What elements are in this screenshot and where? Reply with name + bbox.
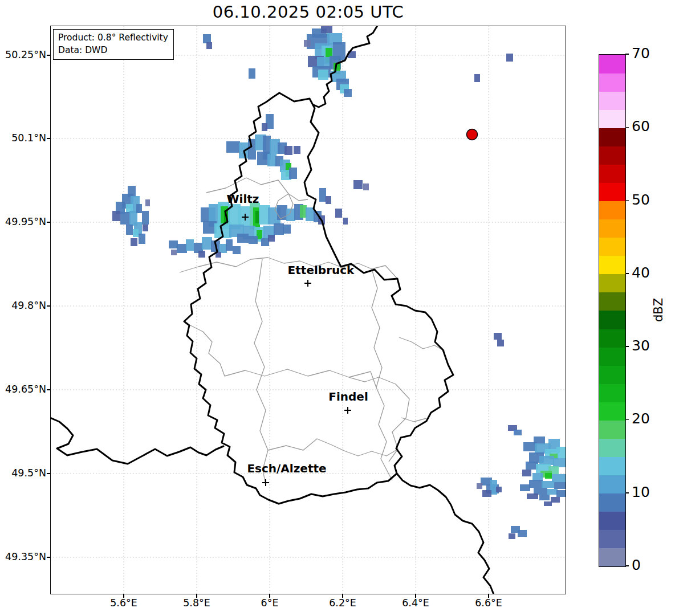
colorbar-segment <box>599 311 625 329</box>
colorbar-tick <box>625 346 629 347</box>
radar-echo-cell <box>363 183 369 190</box>
y-axis-tick-label: 49.8°N <box>1 300 46 311</box>
radar-echo-cell <box>219 244 227 253</box>
radar-echo-cell <box>321 26 332 33</box>
radar-echo-cell <box>304 40 311 47</box>
radar-echo-cell <box>529 480 543 488</box>
radar-echo-cell <box>551 497 560 503</box>
radar-echo-cell <box>294 146 300 154</box>
colorbar-tick-label: 10 <box>632 484 650 500</box>
radar-echo-cell <box>177 244 187 253</box>
country-border <box>184 93 453 504</box>
colorbar-tick-label: 30 <box>632 337 650 354</box>
radar-echo-cell <box>202 237 212 250</box>
city-label: Esch/Alzette <box>247 462 326 475</box>
x-axis-tick-label: 6°E <box>261 597 279 609</box>
radar-echo-cell <box>545 473 552 479</box>
colorbar-segment <box>599 384 625 402</box>
product-info-box: Product: 0.8° Reflectivity Data: DWD <box>53 29 174 60</box>
radar-echo-cell <box>544 501 552 506</box>
colorbar-segment <box>599 91 625 110</box>
colorbar-segment <box>599 274 625 293</box>
radar-echo-cell <box>142 211 149 225</box>
radar-echo-cell <box>169 240 178 248</box>
canton-border <box>372 269 392 480</box>
radar-echo-cell <box>136 204 142 213</box>
colorbar-segment <box>599 146 625 165</box>
colorbar-segment <box>599 164 625 183</box>
radar-echo-cell <box>267 154 276 166</box>
radar-echo-cell <box>233 246 241 254</box>
y-axis-tick <box>47 138 50 139</box>
colorbar-segment <box>599 512 625 531</box>
map-canvas: WiltzEttelbruckFindelEsch/Alzette <box>50 26 566 594</box>
product-info-line1: Product: 0.8° Reflectivity <box>58 31 168 44</box>
radar-echo-cell <box>532 473 543 481</box>
x-axis-tick-label: 6.4°E <box>402 597 429 609</box>
colorbar-segment <box>599 238 625 256</box>
canton-border <box>268 439 398 456</box>
country-border <box>50 418 223 464</box>
y-axis-tick-label: 49.5°N <box>1 467 46 479</box>
radar-echo-cell <box>249 68 255 79</box>
x-axis-tick <box>123 594 124 598</box>
radar-echo-cell <box>226 141 240 153</box>
colorbar-segment <box>599 292 625 311</box>
radar-echo-cell <box>131 238 137 246</box>
colorbar-segment <box>599 183 625 202</box>
y-axis-tick <box>47 222 50 223</box>
radar-echo-cell <box>186 239 194 251</box>
radar-echo-cell <box>514 430 522 435</box>
country-border <box>397 474 494 594</box>
colorbar-segment <box>599 201 625 220</box>
canton-border <box>254 259 268 486</box>
colorbar-segment <box>599 493 625 512</box>
radar-echo-cell <box>539 495 550 500</box>
radar-echo-cell <box>289 168 297 179</box>
colorbar-tick-label: 20 <box>632 410 650 427</box>
radar-echo-cell <box>268 235 275 242</box>
colorbar-segment <box>599 128 625 146</box>
y-axis-tick <box>47 473 50 474</box>
y-axis-tick <box>47 55 50 56</box>
y-axis-tick <box>47 557 50 558</box>
colorbar-segment <box>599 347 625 366</box>
colorbar <box>599 54 626 567</box>
radar-echo-cell <box>171 250 177 255</box>
canton-border <box>189 325 376 387</box>
radar-echo-cell <box>120 212 131 225</box>
radar-echo-cell <box>494 333 502 340</box>
x-axis-tick-label: 6.2°E <box>329 597 356 609</box>
radar-echo-cell <box>554 482 566 489</box>
radar-echo-cell <box>553 458 566 467</box>
radar-echo-cell <box>283 225 291 234</box>
colorbar-segment <box>599 219 625 238</box>
colorbar-tick <box>625 419 629 421</box>
radar-echo-cell <box>496 487 502 492</box>
colorbar-segment <box>599 548 625 567</box>
radar-echo-cell <box>477 483 482 489</box>
radar-map-page: 06.10.2025 02:05 UTC WiltzEttelbruckFind… <box>0 0 675 616</box>
radar-echo-cell <box>353 180 363 189</box>
radar-echo-cell <box>527 493 538 499</box>
x-axis-tick <box>196 594 197 598</box>
radar-echo-cell <box>474 74 480 82</box>
radar-echo-cell <box>539 456 554 465</box>
y-axis-tick-label: 49.35°N <box>1 551 46 562</box>
colorbar-tick <box>625 565 629 566</box>
colorbar-tick <box>625 492 629 493</box>
product-info-line2: Data: DWD <box>58 44 168 56</box>
radar-echo-cell <box>145 199 150 206</box>
y-axis-tick-label: 50.25°N <box>1 49 46 60</box>
colorbar-segment <box>599 420 625 439</box>
city-label: Wiltz <box>227 192 259 206</box>
colorbar-tick-label: 60 <box>632 118 650 134</box>
colorbar-tick <box>625 273 629 274</box>
colorbar-segment <box>599 530 625 549</box>
y-axis-tick-label: 49.65°N <box>1 384 46 395</box>
city-label: Ettelbruck <box>288 263 355 277</box>
radar-echo-cell <box>143 225 148 231</box>
y-axis-tick-label: 50.1°N <box>1 132 46 144</box>
x-axis-tick <box>488 594 489 598</box>
colorbar-segment <box>599 475 625 494</box>
